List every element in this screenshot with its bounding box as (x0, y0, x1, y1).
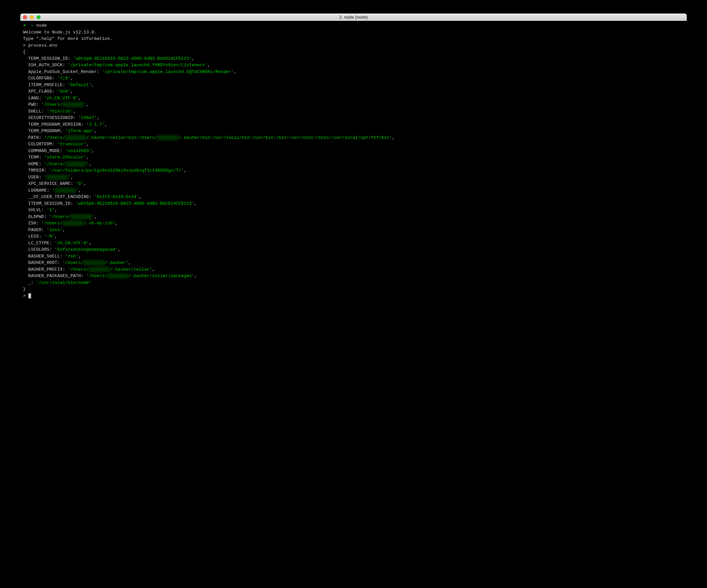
repl-input-line: > process.env (23, 42, 684, 49)
env-key: ZSH: (28, 221, 42, 226)
env-entry: __CF_USER_TEXT_ENCODING: '0x1F5:0x19:0x3… (23, 194, 684, 200)
comma: , (55, 207, 57, 213)
env-key: ITERM_SESSION_ID: (28, 201, 76, 206)
env-key: LANG: (28, 96, 44, 101)
env-entry: SHELL: '/bin/zsh', (23, 108, 684, 115)
env-value: '/bin/zsh' (47, 109, 73, 114)
redacted-text: xxxxxxxx (55, 188, 76, 193)
env-value: 'truecolor' (57, 142, 86, 147)
env-entry: Apple_PubSub_Socket_Render: '/private/tm… (23, 69, 684, 75)
env-value: '1' (47, 207, 54, 213)
env-key: __CF_USER_TEXT_ENCODING: (28, 194, 94, 199)
env-entry: PWD: '/Users/xxxxxxxx', (23, 101, 684, 108)
env-key: BASHER_PACKAGES_PATH: (28, 273, 87, 278)
env-key: LSCOLORS: (28, 247, 55, 252)
env-value-pre: '/Users/ (86, 273, 107, 278)
env-key: USER: (28, 175, 44, 180)
comma: , (78, 96, 81, 101)
comma: , (92, 82, 94, 88)
env-value-post: ' (76, 188, 78, 193)
redacted-text: xxxxxxxx (65, 162, 86, 167)
close-button[interactable] (23, 15, 27, 19)
env-value: '0x0' (57, 89, 70, 94)
env-entry: LANG: 'zh_CN.UTF-8', (23, 95, 684, 102)
env-key: HOME: (28, 162, 44, 167)
comma: , (89, 162, 92, 167)
env-value: '/private/tmp/com.apple.launchd.SQTaC4N0… (102, 69, 234, 74)
comma: , (86, 102, 89, 107)
env-entry: PATH: '/Users/xxxxxxxx/.basher/cellar/bi… (23, 134, 684, 141)
env-key: LESS: (28, 234, 44, 239)
comma: , (152, 267, 155, 272)
close-brace: } (23, 286, 684, 293)
comma: , (63, 227, 65, 232)
env-value-pre: ' (52, 188, 55, 193)
env-entry: SECURITYSESSIONID: '186a7', (23, 115, 684, 121)
env-key: _: (28, 280, 36, 285)
env-value: '-R' (44, 234, 54, 239)
env-value: 'zsh' (65, 254, 78, 259)
comma: , (192, 56, 194, 61)
env-entry: BASHER_PREFIX: '/Users/xxxxxxxx/.basher/… (23, 266, 684, 273)
comma: , (94, 214, 97, 219)
env-entry: OLDPWD: '/Users/xxxxxxxx', (23, 214, 684, 220)
env-entry: USER: 'xxxxxxxx', (23, 174, 684, 181)
env-value: 'zh_CN.UTF-8' (55, 241, 89, 246)
maximize-button[interactable] (36, 15, 41, 19)
env-value-post: ' (92, 214, 94, 219)
redacted-text: xxxxxxxx (65, 135, 86, 140)
env-entry: COLORTERM: 'truecolor', (23, 141, 684, 148)
window-title: 2. node (node) (23, 14, 684, 21)
env-value: 'less' (47, 227, 63, 232)
env-entry: BASHER_ROOT: '/Users/xxxxxxxx/.basher', (23, 260, 684, 266)
env-key: COMMAND_MODE: (28, 148, 65, 153)
env-value-post: /.basher/cellar/packages' (128, 273, 194, 278)
redacted-text: xxxxxxxx (47, 175, 68, 180)
env-entry: ZSH: '/Users/xxxxxxxx/.oh-my-zsh', (23, 220, 684, 227)
env-entry: TERM_PROGRAM_VERSION: '3.1.7', (23, 121, 684, 128)
env-value-post: /.basher/bin:/usr/local/bin:/usr/bin:/bi… (178, 135, 392, 140)
env-value: 'Default' (68, 82, 92, 88)
env-key: PWD: (28, 102, 42, 107)
comma: , (83, 181, 86, 186)
env-key: PATH: (28, 135, 44, 140)
env-key: TERM_SESSION_ID: (28, 56, 73, 61)
env-value: '0x1F5:0x19:0x34' (94, 194, 139, 199)
redacted-text: xxxxxxxx (70, 214, 91, 219)
env-entry: _: '/usr/local/bin/node' (23, 279, 684, 286)
env-output: TERM_SESSION_ID: 'w0t6p0:9E218519-DA23-4… (23, 55, 684, 286)
redacted-text: xxxxxxxx (157, 135, 178, 140)
env-key: BASHER_SHELL: (28, 254, 65, 259)
env-value: '/private/tmp/com.apple.launchd.YVNDYn6i… (68, 63, 208, 68)
traffic-lights (23, 15, 41, 19)
comma: , (184, 168, 187, 173)
env-value: 'zh_CN.UTF-8' (44, 96, 78, 101)
env-key: TERM_PROGRAM_VERSION: (28, 122, 87, 127)
env-value: '7;0' (57, 76, 70, 81)
env-value-post: /.basher/cellar' (110, 267, 152, 272)
env-entry: XPC_SERVICE_NAME: '0', (23, 180, 684, 187)
comma: , (78, 188, 81, 193)
env-entry: XPC_FLAGS: '0x0', (23, 88, 684, 95)
minimize-button[interactable] (30, 15, 34, 19)
comma: , (55, 234, 57, 239)
window-titlebar: 2. node (node) (20, 14, 687, 21)
env-entry: COMMAND_MODE: 'unix2003', (23, 148, 684, 154)
open-brace: { (23, 49, 684, 55)
comma: , (89, 241, 92, 246)
env-entry: SSH_AUTH_SOCK: '/private/tmp/com.apple.l… (23, 62, 684, 69)
env-key: Apple_PubSub_Socket_Render: (28, 69, 102, 74)
env-key: OLDPWD: (28, 214, 49, 219)
env-key: XPC_FLAGS: (28, 89, 57, 94)
comma: , (118, 247, 121, 252)
env-value-post: ' (86, 162, 89, 167)
env-value-post: /.oh-my-zsh' (83, 221, 115, 226)
env-entry: SHLVL: '1', (23, 207, 684, 214)
terminal-body[interactable]: ➜ ~ nodeWelcome to Node.js v12.13.0.Type… (20, 21, 687, 300)
env-value-pre: '/Users/ (42, 221, 63, 226)
env-value: 'iTerm.app' (65, 128, 94, 133)
env-entry: TERM_PROGRAM: 'iTerm.app', (23, 128, 684, 134)
comma: , (78, 254, 81, 259)
cursor (28, 293, 31, 298)
repl-prompt-2: > (23, 293, 26, 298)
